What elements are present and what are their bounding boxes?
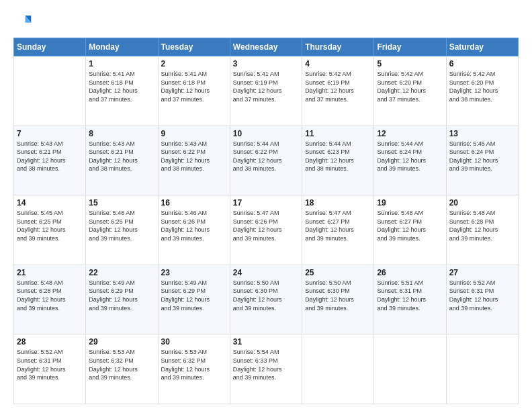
calendar-cell: 9Sunrise: 5:43 AM Sunset: 6:22 PM Daylig…: [158, 126, 230, 195]
cell-info: Sunrise: 5:48 AM Sunset: 6:27 PM Dayligh…: [377, 209, 443, 242]
day-number: 21: [17, 268, 83, 277]
weekday-header-thursday: Thursday: [302, 38, 374, 56]
calendar-cell: 25Sunrise: 5:50 AM Sunset: 6:30 PM Dayli…: [302, 265, 374, 334]
calendar-cell: 6Sunrise: 5:42 AM Sunset: 6:20 PM Daylig…: [446, 56, 518, 126]
weekday-header-monday: Monday: [86, 38, 158, 56]
calendar: SundayMondayTuesdayWednesdayThursdayFrid…: [13, 38, 519, 404]
cell-info: Sunrise: 5:51 AM Sunset: 6:31 PM Dayligh…: [377, 279, 443, 312]
cell-info: Sunrise: 5:45 AM Sunset: 6:25 PM Dayligh…: [17, 209, 83, 242]
day-number: 9: [161, 129, 227, 138]
day-number: 1: [89, 59, 154, 68]
cell-info: Sunrise: 5:52 AM Sunset: 6:31 PM Dayligh…: [17, 348, 83, 381]
cell-info: Sunrise: 5:44 AM Sunset: 6:24 PM Dayligh…: [377, 140, 443, 173]
calendar-cell: 27Sunrise: 5:52 AM Sunset: 6:31 PM Dayli…: [446, 265, 518, 334]
day-number: 26: [377, 268, 443, 277]
logo: [13, 12, 35, 31]
cell-info: Sunrise: 5:42 AM Sunset: 6:19 PM Dayligh…: [305, 70, 371, 103]
calendar-cell: 10Sunrise: 5:44 AM Sunset: 6:22 PM Dayli…: [230, 126, 302, 195]
cell-info: Sunrise: 5:54 AM Sunset: 6:33 PM Dayligh…: [233, 348, 299, 381]
page: SundayMondayTuesdayWednesdayThursdayFrid…: [0, 0, 532, 411]
day-number: 2: [161, 59, 227, 68]
day-number: 25: [305, 268, 371, 277]
calendar-cell: 23Sunrise: 5:49 AM Sunset: 6:29 PM Dayli…: [158, 265, 230, 334]
weekday-header-tuesday: Tuesday: [158, 38, 230, 56]
calendar-cell: 16Sunrise: 5:46 AM Sunset: 6:26 PM Dayli…: [158, 195, 230, 265]
calendar-cell: [14, 56, 86, 126]
calendar-cell: 3Sunrise: 5:41 AM Sunset: 6:19 PM Daylig…: [230, 56, 302, 126]
calendar-cell: 31Sunrise: 5:54 AM Sunset: 6:33 PM Dayli…: [230, 334, 302, 404]
cell-info: Sunrise: 5:44 AM Sunset: 6:22 PM Dayligh…: [233, 140, 299, 173]
calendar-cell: 24Sunrise: 5:50 AM Sunset: 6:30 PM Dayli…: [230, 265, 302, 334]
calendar-cell: 18Sunrise: 5:47 AM Sunset: 6:27 PM Dayli…: [302, 195, 374, 265]
day-number: 22: [89, 268, 154, 277]
calendar-cell: 19Sunrise: 5:48 AM Sunset: 6:27 PM Dayli…: [374, 195, 446, 265]
calendar-cell: [302, 334, 374, 404]
header: [13, 12, 519, 31]
calendar-cell: 11Sunrise: 5:44 AM Sunset: 6:23 PM Dayli…: [302, 126, 374, 195]
day-number: 6: [449, 59, 515, 68]
cell-info: Sunrise: 5:43 AM Sunset: 6:21 PM Dayligh…: [17, 140, 83, 173]
calendar-cell: 28Sunrise: 5:52 AM Sunset: 6:31 PM Dayli…: [14, 334, 86, 404]
calendar-cell: 1Sunrise: 5:41 AM Sunset: 6:18 PM Daylig…: [86, 56, 158, 126]
day-number: 16: [161, 198, 227, 208]
cell-info: Sunrise: 5:46 AM Sunset: 6:25 PM Dayligh…: [89, 209, 154, 242]
day-number: 14: [17, 198, 83, 208]
cell-info: Sunrise: 5:48 AM Sunset: 6:28 PM Dayligh…: [17, 279, 83, 312]
day-number: 31: [233, 337, 299, 347]
weekday-header-saturday: Saturday: [446, 38, 518, 56]
weekday-header-sunday: Sunday: [14, 38, 86, 56]
day-number: 17: [233, 198, 299, 208]
day-number: 3: [233, 59, 299, 68]
calendar-cell: 8Sunrise: 5:43 AM Sunset: 6:21 PM Daylig…: [86, 126, 158, 195]
cell-info: Sunrise: 5:50 AM Sunset: 6:30 PM Dayligh…: [305, 279, 371, 312]
cell-info: Sunrise: 5:52 AM Sunset: 6:31 PM Dayligh…: [449, 279, 515, 312]
cell-info: Sunrise: 5:53 AM Sunset: 6:32 PM Dayligh…: [89, 348, 154, 381]
day-number: 10: [233, 129, 299, 138]
day-number: 4: [305, 59, 371, 68]
day-number: 28: [17, 337, 83, 347]
calendar-cell: 12Sunrise: 5:44 AM Sunset: 6:24 PM Dayli…: [374, 126, 446, 195]
day-number: 7: [17, 129, 83, 138]
cell-info: Sunrise: 5:45 AM Sunset: 6:24 PM Dayligh…: [449, 140, 515, 173]
logo-icon: [13, 12, 32, 31]
calendar-cell: 7Sunrise: 5:43 AM Sunset: 6:21 PM Daylig…: [14, 126, 86, 195]
cell-info: Sunrise: 5:46 AM Sunset: 6:26 PM Dayligh…: [161, 209, 227, 242]
calendar-cell: 26Sunrise: 5:51 AM Sunset: 6:31 PM Dayli…: [374, 265, 446, 334]
calendar-cell: 21Sunrise: 5:48 AM Sunset: 6:28 PM Dayli…: [14, 265, 86, 334]
cell-info: Sunrise: 5:41 AM Sunset: 6:19 PM Dayligh…: [233, 70, 299, 103]
weekday-header-wednesday: Wednesday: [230, 38, 302, 56]
calendar-cell: 2Sunrise: 5:41 AM Sunset: 6:18 PM Daylig…: [158, 56, 230, 126]
calendar-cell: 4Sunrise: 5:42 AM Sunset: 6:19 PM Daylig…: [302, 56, 374, 126]
cell-info: Sunrise: 5:50 AM Sunset: 6:30 PM Dayligh…: [233, 279, 299, 312]
calendar-cell: 29Sunrise: 5:53 AM Sunset: 6:32 PM Dayli…: [86, 334, 158, 404]
day-number: 8: [89, 129, 154, 138]
calendar-cell: 15Sunrise: 5:46 AM Sunset: 6:25 PM Dayli…: [86, 195, 158, 265]
calendar-cell: 20Sunrise: 5:48 AM Sunset: 6:28 PM Dayli…: [446, 195, 518, 265]
cell-info: Sunrise: 5:49 AM Sunset: 6:29 PM Dayligh…: [161, 279, 227, 312]
cell-info: Sunrise: 5:41 AM Sunset: 6:18 PM Dayligh…: [161, 70, 227, 103]
day-number: 11: [305, 129, 371, 138]
cell-info: Sunrise: 5:49 AM Sunset: 6:29 PM Dayligh…: [89, 279, 154, 312]
day-number: 18: [305, 198, 371, 208]
cell-info: Sunrise: 5:41 AM Sunset: 6:18 PM Dayligh…: [89, 70, 154, 103]
calendar-cell: [446, 334, 518, 404]
calendar-cell: 17Sunrise: 5:47 AM Sunset: 6:26 PM Dayli…: [230, 195, 302, 265]
day-number: 30: [161, 337, 227, 347]
calendar-cell: 30Sunrise: 5:53 AM Sunset: 6:32 PM Dayli…: [158, 334, 230, 404]
cell-info: Sunrise: 5:44 AM Sunset: 6:23 PM Dayligh…: [305, 140, 371, 173]
day-number: 23: [161, 268, 227, 277]
day-number: 19: [377, 198, 443, 208]
day-number: 20: [449, 198, 515, 208]
weekday-header-friday: Friday: [374, 38, 446, 56]
day-number: 5: [377, 59, 443, 68]
cell-info: Sunrise: 5:48 AM Sunset: 6:28 PM Dayligh…: [449, 209, 515, 242]
day-number: 27: [449, 268, 515, 277]
cell-info: Sunrise: 5:42 AM Sunset: 6:20 PM Dayligh…: [449, 70, 515, 103]
cell-info: Sunrise: 5:47 AM Sunset: 6:26 PM Dayligh…: [233, 209, 299, 242]
calendar-cell: [374, 334, 446, 404]
cell-info: Sunrise: 5:43 AM Sunset: 6:22 PM Dayligh…: [161, 140, 227, 173]
calendar-cell: 13Sunrise: 5:45 AM Sunset: 6:24 PM Dayli…: [446, 126, 518, 195]
calendar-cell: 22Sunrise: 5:49 AM Sunset: 6:29 PM Dayli…: [86, 265, 158, 334]
day-number: 13: [449, 129, 515, 138]
day-number: 24: [233, 268, 299, 277]
